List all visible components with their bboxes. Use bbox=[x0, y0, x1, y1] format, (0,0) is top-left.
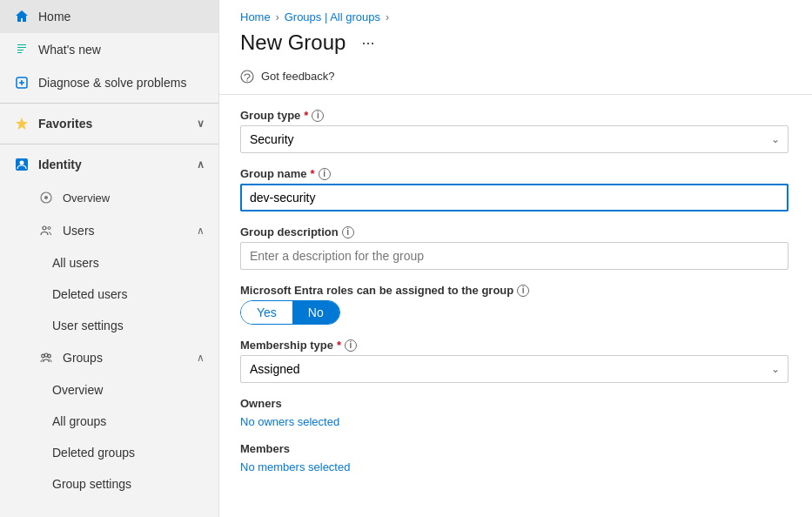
group-type-required: * bbox=[304, 109, 308, 122]
sidebar-item-group-settings-label: Group settings bbox=[52, 477, 131, 491]
breadcrumb-sep-2: › bbox=[386, 11, 389, 24]
sidebar-item-groups[interactable]: Groups bbox=[0, 341, 218, 374]
page-title: New Group bbox=[240, 30, 346, 55]
membership-type-required: * bbox=[337, 339, 341, 352]
sidebar-item-users[interactable]: Users bbox=[0, 214, 218, 247]
diagnose-icon bbox=[14, 75, 30, 91]
svg-marker-1 bbox=[16, 118, 28, 130]
form-area: Group type * i Security Microsoft 365 ⌄ … bbox=[219, 95, 812, 487]
sidebar-item-all-users[interactable]: All users bbox=[0, 247, 218, 279]
entra-roles-info-icon[interactable]: i bbox=[517, 285, 529, 297]
sidebar-item-overview[interactable]: Overview bbox=[0, 181, 218, 214]
sidebar-item-group-settings[interactable]: Group settings bbox=[0, 468, 218, 500]
owners-label: Owners bbox=[240, 397, 791, 410]
sidebar-item-whats-new[interactable]: What's new bbox=[0, 33, 218, 66]
members-field: Members No members selected bbox=[240, 442, 791, 473]
sidebar-item-diagnose-label: Diagnose & solve problems bbox=[38, 76, 186, 90]
group-description-input[interactable] bbox=[240, 242, 789, 270]
owners-link[interactable]: No owners selected bbox=[240, 415, 791, 428]
sidebar-item-user-settings[interactable]: User settings bbox=[0, 310, 218, 341]
group-description-field: Group description i bbox=[240, 225, 791, 270]
more-options-button[interactable]: ··· bbox=[356, 32, 379, 54]
page-header: New Group ··· bbox=[219, 27, 812, 62]
group-type-label: Group type * i bbox=[240, 109, 791, 122]
sidebar-item-groups-overview-label: Overview bbox=[52, 383, 103, 397]
favorites-icon bbox=[14, 116, 30, 131]
home-icon bbox=[14, 9, 30, 24]
group-type-field: Group type * i Security Microsoft 365 ⌄ bbox=[240, 109, 791, 153]
group-description-info-icon[interactable]: i bbox=[342, 226, 354, 238]
sidebar-item-overview-label: Overview bbox=[63, 191, 110, 205]
group-name-input[interactable] bbox=[240, 184, 789, 212]
svg-point-12 bbox=[246, 81, 247, 82]
identity-icon bbox=[14, 157, 30, 172]
sidebar-item-identity[interactable]: Identity bbox=[0, 148, 218, 181]
feedback-bar: Got feedback? bbox=[219, 62, 812, 95]
toggle-no-button[interactable]: No bbox=[292, 301, 339, 324]
entra-roles-label: Microsoft Entra roles can be assigned to… bbox=[240, 284, 791, 297]
sidebar: Home What's new Diagnose & solve problem… bbox=[0, 0, 219, 517]
sidebar-divider-1 bbox=[0, 103, 218, 104]
sidebar-item-groups-label: Groups bbox=[63, 351, 103, 365]
membership-type-select[interactable]: Assigned Dynamic User Dynamic Device bbox=[240, 355, 789, 383]
overview-icon bbox=[38, 190, 54, 205]
sidebar-item-all-groups[interactable]: All groups bbox=[0, 406, 218, 437]
breadcrumb-groups[interactable]: Groups | All groups bbox=[285, 10, 380, 24]
sidebar-item-whats-new-label: What's new bbox=[38, 43, 101, 57]
sidebar-divider-2 bbox=[0, 144, 218, 144]
members-label: Members bbox=[240, 442, 791, 455]
membership-type-label: Membership type * i bbox=[240, 339, 791, 352]
groups-icon bbox=[38, 350, 54, 366]
main-content: Home › Groups | All groups › New Group ·… bbox=[219, 0, 812, 517]
membership-type-select-wrapper: Assigned Dynamic User Dynamic Device ⌄ bbox=[240, 355, 789, 383]
sidebar-item-favorites[interactable]: Favorites bbox=[0, 107, 218, 140]
svg-point-3 bbox=[20, 161, 24, 165]
users-icon bbox=[38, 223, 54, 238]
svg-point-7 bbox=[48, 227, 50, 230]
group-name-label: Group name * i bbox=[240, 167, 791, 180]
users-chevron bbox=[197, 225, 205, 237]
membership-type-field: Membership type * i Assigned Dynamic Use… bbox=[240, 339, 791, 383]
sidebar-item-deleted-groups-label: Deleted groups bbox=[52, 446, 135, 460]
sidebar-item-all-groups-label: All groups bbox=[52, 414, 106, 428]
group-type-select[interactable]: Security Microsoft 365 bbox=[240, 125, 789, 153]
sidebar-item-deleted-users[interactable]: Deleted users bbox=[0, 279, 218, 310]
favorites-chevron bbox=[197, 118, 205, 130]
entra-roles-toggle: Yes No bbox=[240, 300, 340, 325]
svg-point-6 bbox=[43, 226, 46, 230]
breadcrumb: Home › Groups | All groups › bbox=[219, 0, 812, 27]
owners-field: Owners No owners selected bbox=[240, 397, 791, 428]
sidebar-item-identity-label: Identity bbox=[38, 158, 82, 171]
group-name-info-icon[interactable]: i bbox=[319, 168, 331, 180]
sidebar-item-groups-overview[interactable]: Overview bbox=[0, 374, 218, 406]
breadcrumb-home[interactable]: Home bbox=[240, 10, 271, 24]
whats-new-icon bbox=[14, 42, 30, 57]
feedback-icon bbox=[240, 69, 254, 84]
feedback-text: Got feedback? bbox=[261, 70, 335, 83]
sidebar-item-home[interactable]: Home bbox=[0, 0, 218, 33]
svg-point-5 bbox=[44, 196, 48, 199]
sidebar-item-deleted-groups[interactable]: Deleted groups bbox=[0, 437, 218, 468]
group-description-label: Group description i bbox=[240, 225, 791, 238]
sidebar-item-deleted-users-label: Deleted users bbox=[52, 287, 127, 301]
sidebar-item-user-settings-label: User settings bbox=[52, 319, 124, 332]
groups-chevron bbox=[197, 352, 205, 364]
group-name-required: * bbox=[311, 167, 315, 180]
sidebar-item-all-users-label: All users bbox=[52, 256, 99, 270]
toggle-yes-button[interactable]: Yes bbox=[241, 301, 292, 324]
sidebar-item-favorites-label: Favorites bbox=[38, 117, 92, 131]
membership-type-info-icon[interactable]: i bbox=[345, 339, 357, 352]
entra-roles-field: Microsoft Entra roles can be assigned to… bbox=[240, 284, 791, 325]
group-name-field: Group name * i bbox=[240, 167, 791, 212]
identity-chevron bbox=[197, 158, 205, 171]
breadcrumb-sep-1: › bbox=[276, 11, 279, 24]
sidebar-item-users-label: Users bbox=[63, 224, 95, 238]
sidebar-item-diagnose[interactable]: Diagnose & solve problems bbox=[0, 66, 218, 99]
group-type-info-icon[interactable]: i bbox=[312, 110, 324, 122]
members-link[interactable]: No members selected bbox=[240, 460, 791, 473]
svg-point-10 bbox=[44, 353, 48, 357]
group-type-select-wrapper: Security Microsoft 365 ⌄ bbox=[240, 125, 789, 153]
sidebar-item-home-label: Home bbox=[38, 10, 70, 24]
